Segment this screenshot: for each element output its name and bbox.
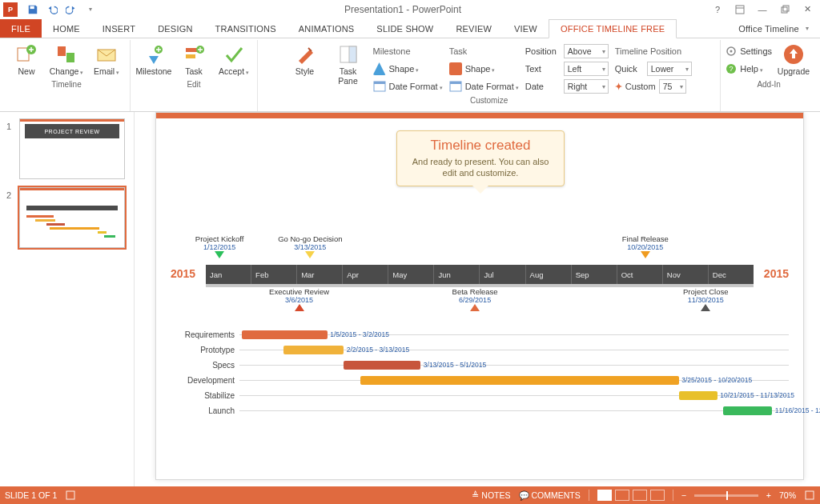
powerpoint-app-icon: P: [3, 2, 18, 17]
zoom-in-icon[interactable]: +: [766, 490, 771, 500]
slide-thumbnail-2[interactable]: [19, 187, 125, 248]
tab-animations[interactable]: ANIMATIONS: [287, 19, 366, 38]
custom-spinner[interactable]: 75: [659, 79, 686, 94]
year-left: 2015: [171, 267, 195, 280]
milestone-below[interactable]: 6/29/2015Beta Release: [439, 287, 511, 311]
slide-count: SLIDE 1 OF 1: [5, 490, 57, 500]
accept-button[interactable]: Accept: [215, 42, 252, 78]
qat-save-icon[interactable]: [24, 2, 42, 18]
comments-button[interactable]: 💬 COMMENTS: [519, 490, 581, 501]
window-title: Presentation1 - PowerPoint: [99, 4, 706, 15]
qat-customize-icon[interactable]: ▾: [82, 2, 99, 18]
milestone-shape-dropdown[interactable]: Shape: [373, 61, 443, 77]
month-cell: Nov: [663, 265, 709, 284]
task-shape-dropdown[interactable]: Shape: [449, 61, 519, 77]
tab-review[interactable]: REVIEW: [444, 19, 503, 38]
quick-combo[interactable]: Lower: [647, 62, 692, 76]
help-icon[interactable]: ?: [706, 2, 729, 18]
style-button[interactable]: Style: [287, 42, 324, 78]
fit-to-window-icon[interactable]: [804, 490, 815, 501]
zoom-out-icon[interactable]: −: [681, 490, 686, 500]
tab-transitions[interactable]: TRANSITIONS: [204, 19, 287, 38]
milestone-below[interactable]: 11/30/2015Project Close: [669, 287, 742, 311]
tab-view[interactable]: VIEW: [503, 19, 549, 38]
qat-undo-icon[interactable]: [43, 2, 61, 18]
slideshow-view-icon[interactable]: [650, 490, 665, 501]
svg-rect-24: [66, 491, 74, 499]
normal-view-icon[interactable]: [597, 490, 612, 501]
month-cell: Apr: [343, 265, 388, 284]
position-combo[interactable]: Above: [564, 44, 609, 58]
task-pane-button[interactable]: Task Pane: [330, 42, 367, 87]
tab-office-timeline[interactable]: OFFICE TIMELINE FREE: [549, 19, 677, 38]
tab-slideshow[interactable]: SLIDE SHOW: [365, 19, 444, 38]
restore-icon[interactable]: [774, 2, 796, 18]
ribbon-options-icon[interactable]: [729, 2, 751, 18]
notes-button[interactable]: ≜ NOTES: [472, 490, 510, 500]
svg-rect-3: [783, 6, 789, 11]
minimize-icon[interactable]: —: [751, 2, 774, 18]
milestone-heading: Milestone: [373, 43, 443, 59]
svg-point-20: [730, 50, 733, 53]
gantt-row[interactable]: Requirements1/5/2015 - 3/2/2015: [171, 327, 789, 342]
timeline-created-callout: Timeline created And ready to present. Y…: [396, 130, 565, 186]
upgrade-button[interactable]: Upgrade: [775, 42, 812, 78]
milestone-button[interactable]: Milestone: [135, 42, 172, 78]
spellcheck-icon[interactable]: [65, 490, 76, 501]
group-timeline-label: Timeline: [51, 78, 81, 89]
new-timeline-button[interactable]: New: [8, 42, 45, 78]
month-cell: Jan: [206, 265, 251, 284]
help-icon: ?: [726, 63, 737, 74]
zoom-slider[interactable]: [694, 494, 758, 497]
month-cell: Jul: [480, 265, 525, 284]
milestone-above[interactable]: Project Kickoff1/12/2015: [183, 234, 255, 258]
svg-rect-16: [374, 82, 385, 84]
help-button[interactable]: ? Help: [726, 61, 772, 77]
view-switcher[interactable]: [597, 490, 665, 501]
slide-thumbnail-1[interactable]: PROJECT REVIEW: [19, 118, 125, 179]
month-cell: Oct: [617, 265, 663, 284]
timeline-position-heading: Timeline Position: [615, 43, 692, 59]
svg-rect-6: [58, 46, 66, 56]
svg-rect-0: [30, 6, 34, 9]
text-combo[interactable]: Left: [564, 62, 609, 76]
svg-rect-25: [806, 491, 814, 499]
svg-rect-11: [186, 54, 195, 58]
gantt-row[interactable]: Stabilize10/21/2015 - 11/13/2015: [171, 388, 789, 402]
close-icon[interactable]: ✕: [796, 2, 818, 18]
svg-text:?: ?: [730, 65, 734, 73]
task-heading: Task: [449, 43, 519, 59]
slide-canvas[interactable]: Timeline created And ready to present. Y…: [155, 112, 804, 480]
milestone-below[interactable]: 3/6/2015Executive Review: [263, 287, 336, 311]
settings-button[interactable]: Settings: [726, 43, 772, 59]
milestone-above[interactable]: Go No-go Decision3/13/2015: [274, 234, 346, 258]
date-combo[interactable]: Right: [564, 79, 609, 94]
change-button[interactable]: Change: [48, 42, 85, 78]
tab-insert[interactable]: INSERT: [91, 19, 147, 38]
gantt-row[interactable]: Launch11/16/2015 - 12/21/2015: [171, 403, 789, 418]
task-button[interactable]: Task: [175, 42, 212, 78]
tab-addin-right[interactable]: Office Timeline: [727, 19, 820, 38]
ribbon: New Change Email Timeline Milestone Task: [0, 38, 820, 112]
task-dateformat-dropdown[interactable]: Date Format: [449, 78, 519, 94]
month-cell: Jun: [434, 265, 480, 284]
gantt-row[interactable]: Development3/25/2015 - 10/20/2015: [171, 373, 789, 387]
tab-file[interactable]: FILE: [0, 19, 42, 38]
gantt-row[interactable]: Specs3/13/2015 - 5/1/2015: [171, 358, 789, 372]
slide-editor[interactable]: Timeline created And ready to present. Y…: [135, 112, 820, 486]
reading-view-icon[interactable]: [633, 490, 647, 501]
tab-design[interactable]: DESIGN: [147, 19, 203, 38]
gantt-row[interactable]: Prototype2/2/2015 - 3/13/2015: [171, 342, 789, 357]
svg-rect-18: [450, 82, 461, 84]
milestone-above[interactable]: Final Release10/20/2015: [609, 234, 681, 258]
tab-home[interactable]: HOME: [42, 19, 91, 38]
svg-rect-1: [736, 6, 744, 14]
milestone-dateformat-dropdown[interactable]: Date Format: [373, 78, 443, 94]
gear-icon: [726, 46, 737, 57]
svg-rect-2: [782, 7, 787, 13]
month-cell: Dec: [709, 265, 754, 284]
sorter-view-icon[interactable]: [615, 490, 629, 501]
qat-redo-icon[interactable]: [62, 2, 80, 18]
month-cell: May: [388, 265, 434, 284]
email-button[interactable]: Email: [88, 42, 125, 78]
